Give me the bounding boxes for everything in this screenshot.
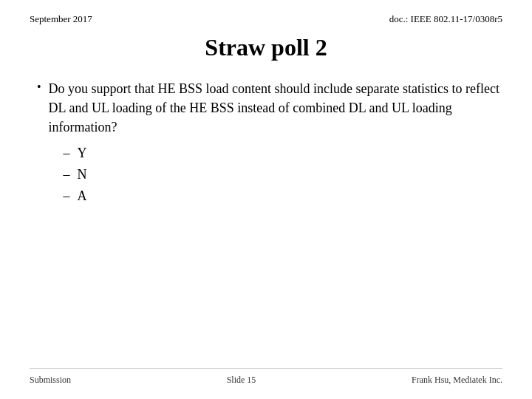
bullet-content: Do you support that HE BSS load content … — [49, 79, 502, 207]
slide-title: Straw poll 2 — [205, 34, 327, 61]
slide-footer: Submission Slide 15 Frank Hsu, Mediatek … — [30, 368, 502, 386]
header-date: September 2017 — [30, 13, 92, 25]
bullet-text: Do you support that HE BSS load content … — [49, 81, 499, 134]
sub-item-a: A — [78, 185, 87, 207]
list-item: – A — [64, 185, 502, 207]
footer-author: Frank Hsu, Mediatek Inc. — [412, 375, 502, 386]
sub-item-y: Y — [78, 143, 87, 164]
dash-icon: – — [64, 185, 70, 207]
content-section: • Do you support that HE BSS load conten… — [30, 79, 502, 368]
bullet-dot: • — [37, 81, 41, 94]
title-section: Straw poll 2 — [30, 34, 502, 61]
list-item: – Y — [64, 143, 502, 164]
slide-container: September 2017 doc.: IEEE 802.11-17/0308… — [0, 0, 532, 399]
dash-icon: – — [64, 143, 70, 164]
dash-icon: – — [64, 164, 70, 185]
sub-list: – Y – N – A — [64, 143, 502, 206]
slide-header: September 2017 doc.: IEEE 802.11-17/0308… — [30, 13, 502, 25]
list-item: – N — [64, 164, 502, 185]
bullet-item: • Do you support that HE BSS load conten… — [37, 79, 502, 207]
footer-submission: Submission — [30, 375, 71, 386]
sub-item-n: N — [78, 164, 87, 185]
footer-slide-number: Slide 15 — [227, 375, 256, 386]
header-doc: doc.: IEEE 802.11-17/0308r5 — [389, 13, 502, 25]
